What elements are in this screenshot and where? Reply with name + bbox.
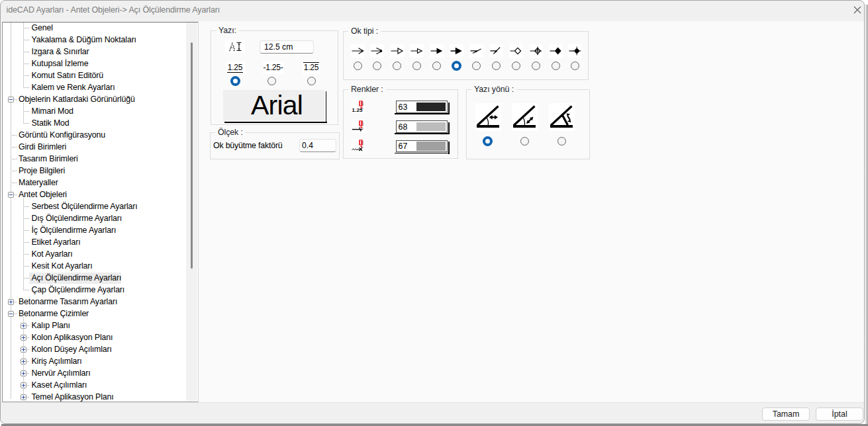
svg-text:1.25: 1.25: [352, 106, 363, 112]
